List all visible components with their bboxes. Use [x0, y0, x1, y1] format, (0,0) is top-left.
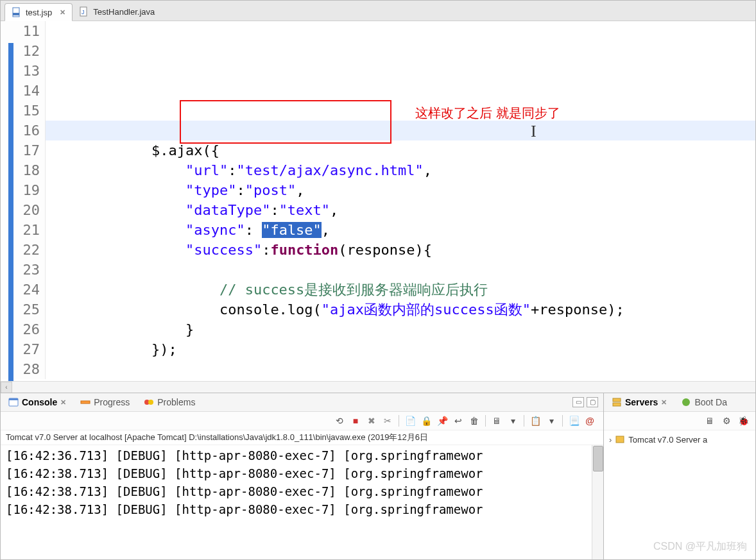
at-icon[interactable]: @ [583, 414, 597, 428]
java-file-icon: J [79, 6, 89, 17]
selected-text: "false" [262, 222, 322, 238]
text-cursor-icon: I [531, 121, 537, 141]
progress-tab[interactable]: Progress [78, 396, 132, 409]
servers-tab[interactable]: Servers ✕ [609, 396, 669, 409]
close-icon[interactable]: ✕ [60, 398, 66, 407]
dropdown-icon[interactable]: ▾ [544, 414, 558, 428]
debug-icon[interactable]: 🐞 [736, 414, 750, 428]
console-output[interactable]: [16:42:36.713] [DEBUG] [http-apr-8080-ex… [1, 445, 603, 559]
page-icon[interactable]: 📃 [567, 414, 581, 428]
display-icon[interactable]: ▾ [506, 414, 520, 428]
minimize-button[interactable]: ▭ [572, 397, 584, 407]
servers-panel-tabs: Servers ✕ Boot Da [604, 393, 755, 412]
editor-area[interactable]: 11 12 13 14 15 16 17 18 19 20 21 22 23 2… [1, 21, 755, 381]
tomcat-server-icon [615, 434, 625, 445]
servers-toolbar: 🖥 ⚙ 🐞 [604, 412, 755, 430]
svg-rect-10 [613, 403, 621, 406]
tab-label: TestHandler.java [93, 7, 155, 17]
boot-icon [681, 397, 691, 407]
svg-text:J: J [82, 9, 85, 15]
maximize-button[interactable]: ▢ [587, 397, 598, 407]
code-body[interactable]: 这样改了之后 就是同步了 I $.ajax({ "url":"test/ajax… [46, 21, 755, 381]
gutter-change-bar [8, 43, 13, 381]
boot-dashboard-tab[interactable]: Boot Da [678, 396, 730, 409]
console-toolbar: ⟲ ■ ✖ ✂ 📄 🔒 📌 ↩ 🗑 🖥 ▾ 📋 ▾ 📃 @ [1, 412, 603, 430]
wrap-icon[interactable]: ↩ [451, 414, 465, 428]
horizontal-scrollbar[interactable]: ‹ [1, 381, 755, 393]
svg-rect-12 [616, 436, 624, 443]
vertical-scrollbar[interactable] [592, 445, 603, 559]
pin-icon[interactable]: 📌 [435, 414, 449, 428]
annotation-text: 这样改了之后 就是同步了 [415, 103, 560, 123]
tab-label: test.jsp [26, 8, 52, 17]
bottom-panel-tabs: Console ✕ Progress Problems ▭ ▢ [1, 393, 603, 412]
server-tree-item[interactable]: › Tomcat v7.0 Server a [609, 434, 750, 445]
svg-point-11 [682, 398, 690, 406]
remove-all-icon[interactable]: ✖ [365, 414, 379, 428]
annotation-box [180, 100, 391, 144]
jsp-file-icon [12, 7, 22, 17]
console-tab[interactable]: Console ✕ [6, 396, 69, 409]
progress-icon [80, 397, 90, 407]
editor-tab-test-jsp[interactable]: test.jsp ✕ [4, 3, 73, 21]
problems-tab[interactable]: Problems [141, 396, 198, 409]
close-icon[interactable]: ✕ [60, 8, 65, 17]
new-server-icon[interactable]: 🖥 [703, 414, 717, 428]
line-number-gutter: 11 12 13 14 15 16 17 18 19 20 21 22 23 2… [1, 21, 46, 379]
publish-icon[interactable]: ⚙ [719, 414, 734, 428]
scroll-lock-icon[interactable]: 🔒 [419, 414, 433, 428]
watermark: CSDN @平凡加班狗 [653, 540, 747, 554]
open-console-icon[interactable]: 🖥 [490, 414, 504, 428]
svg-rect-5 [9, 398, 18, 400]
editor-tab-bar: test.jsp ✕ J TestHandler.java [1, 1, 755, 21]
stop-icon[interactable]: ■ [348, 414, 363, 428]
svg-rect-6 [81, 401, 90, 403]
refresh-icon[interactable]: ⟲ [332, 414, 347, 428]
close-icon[interactable]: ✕ [661, 398, 667, 407]
trash-icon[interactable]: 🗑 [467, 414, 481, 428]
svg-rect-9 [613, 398, 621, 402]
remove-launch-icon[interactable]: ✂ [381, 414, 395, 428]
editor-tab-java[interactable]: J TestHandler.java [73, 3, 161, 21]
svg-rect-1 [13, 13, 19, 15]
svg-point-8 [148, 400, 153, 405]
new-console-icon[interactable]: 📋 [528, 414, 542, 428]
server-label: Tomcat v7.0 Server a [628, 435, 707, 445]
expand-icon[interactable]: › [609, 435, 612, 445]
console-icon [8, 397, 19, 407]
console-description: Tomcat v7.0 Server at localhost [Apache … [1, 430, 603, 445]
code-content[interactable]: $.ajax({ "url":"test/ajax/async.html", "… [46, 121, 755, 381]
scroll-left-button[interactable]: ‹ [1, 382, 12, 393]
clear-icon[interactable]: 📄 [403, 414, 417, 428]
problems-icon [144, 397, 154, 407]
scroll-thumb[interactable] [593, 446, 603, 471]
servers-icon [612, 397, 622, 407]
